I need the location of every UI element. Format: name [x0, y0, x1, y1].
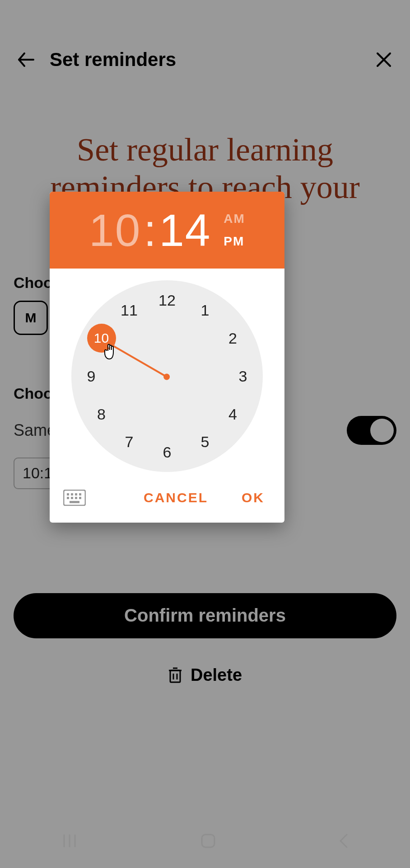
- svg-rect-27: [71, 497, 73, 499]
- time-picker-dialog: 10 : 14 AM PM 12123456789101110 CANCEL O…: [50, 192, 284, 523]
- arrow-left-icon: [16, 50, 36, 70]
- svg-rect-4: [342, 18, 344, 23]
- clock-hour-5[interactable]: 5: [191, 428, 219, 455]
- signal-icon: [339, 13, 350, 23]
- time-colon: :: [144, 204, 156, 256]
- ok-button[interactable]: OK: [237, 486, 269, 509]
- time-picker-header: 10 : 14 AM PM: [50, 192, 284, 269]
- svg-rect-5: [345, 16, 347, 23]
- confirm-reminders-button[interactable]: Confirm reminders: [14, 593, 396, 638]
- svg-rect-23: [71, 493, 73, 495]
- clock-hour-12[interactable]: 12: [154, 287, 181, 314]
- recents-icon[interactable]: [60, 831, 79, 851]
- app-bar: Set reminders: [0, 36, 410, 77]
- clock-hour-4[interactable]: 4: [219, 401, 246, 428]
- cancel-button[interactable]: CANCEL: [139, 486, 213, 509]
- svg-line-1: [312, 15, 316, 21]
- nav-back-icon[interactable]: [337, 831, 350, 851]
- hour-display[interactable]: 10: [89, 204, 141, 256]
- svg-rect-0: [48, 14, 57, 22]
- clock-hour-3[interactable]: 3: [229, 363, 256, 390]
- svg-rect-12: [170, 670, 180, 682]
- clock-hour-9[interactable]: 9: [78, 363, 105, 390]
- bluetooth-icon: [292, 12, 300, 24]
- video-icon: [48, 14, 61, 23]
- svg-rect-20: [202, 835, 214, 847]
- day-chip-monday[interactable]: M: [14, 301, 48, 335]
- svg-rect-3: [339, 20, 340, 23]
- status-battery: 82%: [355, 10, 382, 26]
- wifi-icon: [321, 13, 334, 24]
- status-bar: 9:16 82%: [0, 0, 410, 36]
- close-icon: [375, 51, 393, 69]
- svg-rect-26: [67, 497, 69, 499]
- svg-rect-8: [387, 14, 393, 24]
- same-time-toggle[interactable]: [347, 416, 396, 445]
- clock-hour-8[interactable]: 8: [88, 401, 115, 428]
- battery-icon: [387, 12, 394, 24]
- svg-rect-22: [67, 493, 69, 495]
- mute-icon: [304, 12, 316, 24]
- svg-rect-28: [75, 497, 77, 499]
- am-toggle[interactable]: AM: [224, 212, 245, 226]
- home-icon[interactable]: [199, 832, 217, 850]
- clock-hour-7[interactable]: 7: [116, 428, 143, 455]
- page-title: Set reminders: [50, 49, 360, 71]
- clock-hour-1[interactable]: 1: [191, 297, 219, 324]
- status-time: 9:16: [16, 10, 42, 26]
- svg-rect-24: [75, 493, 77, 495]
- svg-rect-7: [389, 12, 391, 14]
- svg-rect-30: [70, 501, 79, 503]
- svg-rect-25: [79, 493, 81, 495]
- clock-hand: [108, 342, 168, 377]
- keyboard-icon[interactable]: [63, 490, 86, 506]
- clock-selected-knob[interactable]: 10: [87, 324, 116, 353]
- svg-rect-29: [79, 497, 81, 499]
- trash-icon: [168, 667, 182, 683]
- hero-heading: Set regular learning reminders to reach …: [0, 77, 410, 206]
- back-button[interactable]: [14, 47, 39, 72]
- delete-label: Delete: [191, 665, 242, 685]
- clock-hour-6[interactable]: 6: [154, 439, 181, 466]
- svg-rect-6: [348, 14, 350, 23]
- clock-hour-2[interactable]: 2: [219, 325, 246, 352]
- minute-display[interactable]: 14: [159, 204, 211, 256]
- clock-hour-11[interactable]: 11: [116, 297, 143, 324]
- android-nav-bar: [0, 814, 410, 868]
- close-button[interactable]: [371, 47, 396, 72]
- clock-face[interactable]: 12123456789101110: [71, 280, 263, 472]
- delete-button[interactable]: Delete: [0, 665, 410, 685]
- pm-toggle[interactable]: PM: [224, 234, 245, 249]
- svg-point-2: [326, 20, 328, 23]
